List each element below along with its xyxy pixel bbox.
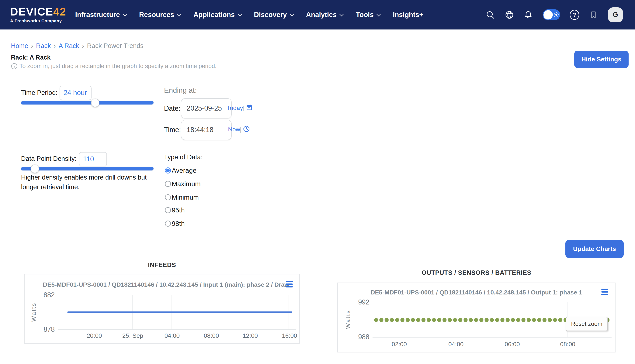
time-label: Time: [164,126,181,134]
breadcrumb-current: Rack Power Trends [87,42,144,50]
radio-minimum[interactable]: Minimum [165,194,199,201]
logo-tagline: A Freshworks Company [10,19,66,23]
ending-at-heading: Ending at: [164,86,197,94]
shortcut-divider: | [240,126,241,133]
main-menu: Infrastructure Resources Applications Di… [75,11,423,19]
x-axis-tick: 08:00 [553,341,582,348]
logo-wordmark: DEVICE42 [10,6,66,18]
radio-button-selected[interactable] [165,168,171,174]
top-nav: DEVICE42 A Freshworks Company Infrastruc… [0,0,635,30]
radio-average[interactable]: Average [165,167,197,174]
chevron-down-icon [376,12,381,16]
logo-text: DEVICE [10,6,53,18]
infeeds-chart-title: DE5-MDF01-UPS-0001 / QD1821140146 / 10.4… [25,281,299,288]
infeeds-chart-card[interactable]: DE5-MDF01-UPS-0001 / QD1821140146 / 10.4… [24,274,300,344]
radio-maximum[interactable]: Maximum [165,180,201,188]
density-help-line1: Higher density enables more drill downs … [21,174,147,181]
now-link[interactable]: Now [228,126,240,133]
breadcrumb: Home › Rack › A Rack › Rack Power Trends [11,42,144,50]
date-input[interactable]: 2025-09-25 [181,98,231,118]
menu-item-resources[interactable]: Resources [139,11,181,19]
density-slider-handle[interactable] [31,164,39,173]
divider [11,234,624,234]
radio-98th[interactable]: 98th [165,220,185,227]
radio-button[interactable] [165,207,171,213]
x-axis-tick: 08:00 [197,332,226,339]
chart-menu-icon[interactable] [286,281,293,288]
chart-menu-icon[interactable] [601,288,608,295]
help-icon[interactable]: ? [570,10,579,20]
density-label: Data Point Density: [21,155,76,162]
y-axis-title: Watts [345,303,352,336]
reset-zoom-button[interactable]: Reset zoom [566,317,608,331]
theme-toggle[interactable] [543,9,560,20]
logo-accent: 42 [53,6,66,18]
breadcrumb-separator: › [31,42,33,50]
infeeds-plot-area[interactable] [58,295,296,330]
breadcrumb-rack[interactable]: Rack [36,42,51,50]
calendar-icon[interactable] [246,104,253,112]
y-axis-tick: 882 [36,291,55,299]
info-icon [11,63,18,69]
density-input[interactable]: 110 [79,152,107,166]
shortcut-divider: | [243,104,244,112]
infeeds-series-line[interactable] [67,312,292,313]
x-axis-tick: 20:00 [80,332,109,339]
chevron-down-icon [122,12,127,16]
time-period-slider-handle[interactable] [91,99,100,107]
time-period-slider[interactable] [21,101,153,104]
menu-item-infrastructure[interactable]: Infrastructure [75,11,127,19]
time-period-input[interactable]: 24 hour [60,86,92,100]
breadcrumb-a-rack[interactable]: A Rack [59,42,79,50]
zoom-hint-text: To zoom in, just drag a rectangle in the… [20,63,217,70]
x-axis-tick: 02:00 [385,341,414,348]
menu-item-applications[interactable]: Applications [193,11,241,19]
infeeds-heading: INFEEDS [24,262,300,268]
chevron-down-icon [237,12,242,16]
time-period-label: Time Period: [21,89,58,96]
notifications-icon[interactable] [524,10,533,20]
menu-item-discovery[interactable]: Discovery [254,11,293,19]
zoom-hint: To zoom in, just drag a rectangle in the… [11,63,217,70]
x-axis-tick: 04:00 [441,341,470,348]
density-help-line2: longer retrieval time. [21,183,80,191]
page-title: Rack: A Rack [11,54,51,61]
globe-icon[interactable] [505,10,514,20]
clock-icon[interactable] [243,126,250,134]
outputs-chart-title: DE5-MDF01-UPS-0001 / QD1821140146 / 10.4… [338,289,615,296]
update-charts-button[interactable]: Update Charts [565,240,624,258]
search-icon[interactable] [486,10,495,20]
device42-logo[interactable]: DEVICE42 A Freshworks Company [10,6,66,23]
y-axis-tick: 992 [351,298,369,306]
radio-95th[interactable]: 95th [165,206,185,214]
time-input[interactable]: 18:44:18 [181,120,231,140]
menu-item-tools[interactable]: Tools [356,11,380,19]
radio-button[interactable] [165,181,171,187]
chevron-down-icon [289,12,294,16]
radio-button[interactable] [165,194,171,200]
y-axis-tick: 988 [351,333,369,341]
radio-button[interactable] [165,220,171,226]
avatar[interactable]: G [608,7,623,22]
x-axis-tick: 25. Sep [118,332,147,339]
hide-settings-button[interactable]: Hide Settings [574,51,628,68]
nav-utilities: ? G [486,7,623,22]
chevron-down-icon [177,12,182,16]
x-axis-tick: 06:00 [498,341,527,348]
bookmark-icon[interactable] [589,10,598,20]
breadcrumb-home[interactable]: Home [11,42,28,50]
x-axis-tick: 12:00 [236,332,265,339]
y-axis-title: Watts [30,296,38,328]
toggle-knob [543,10,553,20]
menu-item-analytics[interactable]: Analytics [306,11,343,19]
today-link[interactable]: Today [227,104,243,112]
breadcrumb-separator: › [82,42,84,50]
y-axis-tick: 878 [36,326,55,334]
divider [11,74,624,74]
menu-item-insights[interactable]: Insights+ [393,11,423,19]
x-axis-tick: 16:00 [275,332,304,339]
outputs-chart-card[interactable]: DE5-MDF01-UPS-0001 / QD1821140146 / 10.4… [337,282,615,352]
density-slider[interactable] [21,167,153,170]
x-axis-tick: 04:00 [158,332,187,339]
chevron-down-icon [339,12,344,16]
